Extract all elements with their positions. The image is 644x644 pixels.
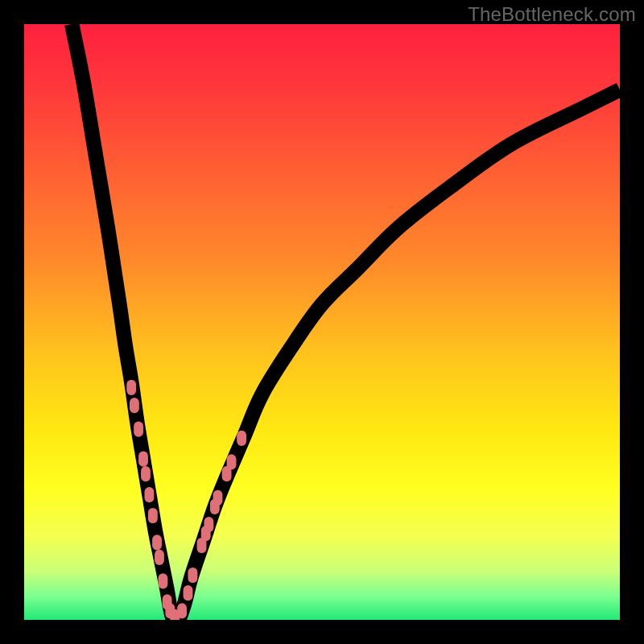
data-marker [188,568,198,583]
watermark-text: TheBottleneck.com [468,3,636,26]
left-curve [72,24,173,620]
data-marker [134,422,143,437]
data-marker [148,508,158,523]
plot-area [24,24,620,620]
data-marker [126,380,136,395]
data-marker [213,490,223,506]
chart-svg [24,24,620,620]
data-marker [152,535,162,550]
data-marker [177,603,187,618]
chart-frame: TheBottleneck.com [0,0,644,644]
data-marker [159,573,168,588]
data-marker [144,487,154,502]
data-marker [204,517,213,532]
data-marker [184,585,193,601]
data-marker [237,431,246,446]
data-marker [130,398,139,413]
data-marker [155,550,164,565]
data-marker [138,452,148,467]
data-marker [141,466,151,481]
right-curve [179,89,620,620]
data-marker [227,454,237,469]
